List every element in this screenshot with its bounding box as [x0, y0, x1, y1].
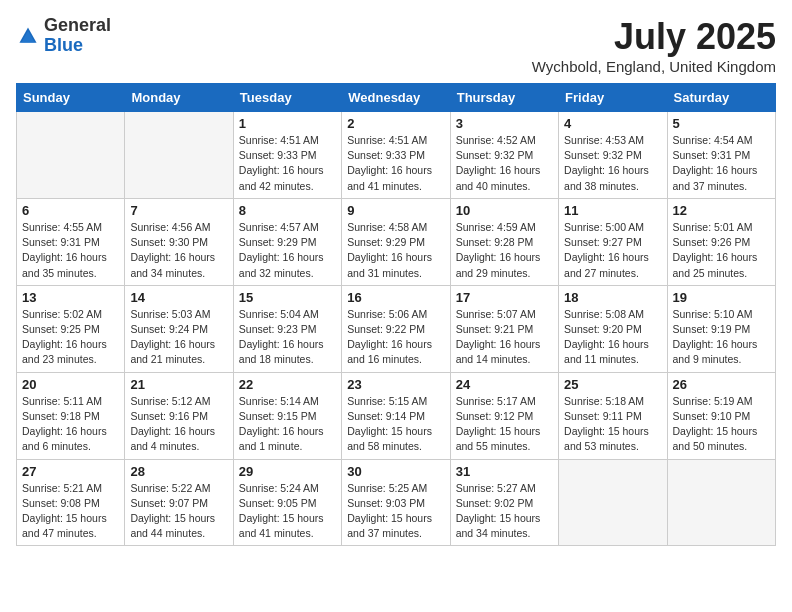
calendar-cell: 8Sunrise: 4:57 AM Sunset: 9:29 PM Daylig… — [233, 198, 341, 285]
day-detail: Sunrise: 4:54 AM Sunset: 9:31 PM Dayligh… — [673, 133, 770, 194]
calendar-cell: 9Sunrise: 4:58 AM Sunset: 9:29 PM Daylig… — [342, 198, 450, 285]
day-detail: Sunrise: 5:25 AM Sunset: 9:03 PM Dayligh… — [347, 481, 444, 542]
day-detail: Sunrise: 4:51 AM Sunset: 9:33 PM Dayligh… — [239, 133, 336, 194]
calendar-cell: 1Sunrise: 4:51 AM Sunset: 9:33 PM Daylig… — [233, 112, 341, 199]
calendar-cell: 26Sunrise: 5:19 AM Sunset: 9:10 PM Dayli… — [667, 372, 775, 459]
location-subtitle: Wychbold, England, United Kingdom — [532, 58, 776, 75]
day-number: 4 — [564, 116, 661, 131]
day-detail: Sunrise: 5:14 AM Sunset: 9:15 PM Dayligh… — [239, 394, 336, 455]
day-detail: Sunrise: 5:04 AM Sunset: 9:23 PM Dayligh… — [239, 307, 336, 368]
day-number: 2 — [347, 116, 444, 131]
day-detail: Sunrise: 5:00 AM Sunset: 9:27 PM Dayligh… — [564, 220, 661, 281]
day-detail: Sunrise: 5:02 AM Sunset: 9:25 PM Dayligh… — [22, 307, 119, 368]
calendar-cell: 27Sunrise: 5:21 AM Sunset: 9:08 PM Dayli… — [17, 459, 125, 546]
calendar-cell: 6Sunrise: 4:55 AM Sunset: 9:31 PM Daylig… — [17, 198, 125, 285]
calendar-header-row: SundayMondayTuesdayWednesdayThursdayFrid… — [17, 84, 776, 112]
day-number: 23 — [347, 377, 444, 392]
week-row-1: 1Sunrise: 4:51 AM Sunset: 9:33 PM Daylig… — [17, 112, 776, 199]
day-detail: Sunrise: 4:58 AM Sunset: 9:29 PM Dayligh… — [347, 220, 444, 281]
day-number: 1 — [239, 116, 336, 131]
day-detail: Sunrise: 5:15 AM Sunset: 9:14 PM Dayligh… — [347, 394, 444, 455]
logo-blue-text: Blue — [44, 35, 83, 55]
day-number: 13 — [22, 290, 119, 305]
day-number: 30 — [347, 464, 444, 479]
week-row-5: 27Sunrise: 5:21 AM Sunset: 9:08 PM Dayli… — [17, 459, 776, 546]
column-header-wednesday: Wednesday — [342, 84, 450, 112]
day-detail: Sunrise: 5:18 AM Sunset: 9:11 PM Dayligh… — [564, 394, 661, 455]
day-detail: Sunrise: 5:24 AM Sunset: 9:05 PM Dayligh… — [239, 481, 336, 542]
calendar-cell: 3Sunrise: 4:52 AM Sunset: 9:32 PM Daylig… — [450, 112, 558, 199]
calendar-cell: 12Sunrise: 5:01 AM Sunset: 9:26 PM Dayli… — [667, 198, 775, 285]
day-number: 18 — [564, 290, 661, 305]
calendar-cell: 13Sunrise: 5:02 AM Sunset: 9:25 PM Dayli… — [17, 285, 125, 372]
calendar-cell — [125, 112, 233, 199]
calendar-cell: 7Sunrise: 4:56 AM Sunset: 9:30 PM Daylig… — [125, 198, 233, 285]
day-number: 12 — [673, 203, 770, 218]
day-detail: Sunrise: 5:01 AM Sunset: 9:26 PM Dayligh… — [673, 220, 770, 281]
day-detail: Sunrise: 5:27 AM Sunset: 9:02 PM Dayligh… — [456, 481, 553, 542]
day-number: 24 — [456, 377, 553, 392]
week-row-3: 13Sunrise: 5:02 AM Sunset: 9:25 PM Dayli… — [17, 285, 776, 372]
calendar-cell: 25Sunrise: 5:18 AM Sunset: 9:11 PM Dayli… — [559, 372, 667, 459]
day-number: 28 — [130, 464, 227, 479]
calendar-cell: 10Sunrise: 4:59 AM Sunset: 9:28 PM Dayli… — [450, 198, 558, 285]
calendar-cell: 30Sunrise: 5:25 AM Sunset: 9:03 PM Dayli… — [342, 459, 450, 546]
calendar-cell: 31Sunrise: 5:27 AM Sunset: 9:02 PM Dayli… — [450, 459, 558, 546]
column-header-sunday: Sunday — [17, 84, 125, 112]
day-number: 21 — [130, 377, 227, 392]
month-year-title: July 2025 — [532, 16, 776, 58]
calendar-cell: 20Sunrise: 5:11 AM Sunset: 9:18 PM Dayli… — [17, 372, 125, 459]
day-number: 5 — [673, 116, 770, 131]
day-number: 6 — [22, 203, 119, 218]
day-number: 27 — [22, 464, 119, 479]
day-detail: Sunrise: 4:53 AM Sunset: 9:32 PM Dayligh… — [564, 133, 661, 194]
day-detail: Sunrise: 5:19 AM Sunset: 9:10 PM Dayligh… — [673, 394, 770, 455]
day-number: 15 — [239, 290, 336, 305]
calendar-cell: 23Sunrise: 5:15 AM Sunset: 9:14 PM Dayli… — [342, 372, 450, 459]
calendar-cell — [667, 459, 775, 546]
calendar-cell: 11Sunrise: 5:00 AM Sunset: 9:27 PM Dayli… — [559, 198, 667, 285]
day-detail: Sunrise: 4:56 AM Sunset: 9:30 PM Dayligh… — [130, 220, 227, 281]
calendar-cell: 5Sunrise: 4:54 AM Sunset: 9:31 PM Daylig… — [667, 112, 775, 199]
day-detail: Sunrise: 5:07 AM Sunset: 9:21 PM Dayligh… — [456, 307, 553, 368]
calendar-cell: 29Sunrise: 5:24 AM Sunset: 9:05 PM Dayli… — [233, 459, 341, 546]
calendar-cell — [17, 112, 125, 199]
calendar-cell: 2Sunrise: 4:51 AM Sunset: 9:33 PM Daylig… — [342, 112, 450, 199]
calendar-cell: 4Sunrise: 4:53 AM Sunset: 9:32 PM Daylig… — [559, 112, 667, 199]
day-number: 7 — [130, 203, 227, 218]
calendar-cell: 19Sunrise: 5:10 AM Sunset: 9:19 PM Dayli… — [667, 285, 775, 372]
calendar-cell: 21Sunrise: 5:12 AM Sunset: 9:16 PM Dayli… — [125, 372, 233, 459]
day-number: 31 — [456, 464, 553, 479]
day-number: 25 — [564, 377, 661, 392]
day-detail: Sunrise: 4:55 AM Sunset: 9:31 PM Dayligh… — [22, 220, 119, 281]
column-header-friday: Friday — [559, 84, 667, 112]
day-number: 29 — [239, 464, 336, 479]
page-header: General Blue July 2025 Wychbold, England… — [16, 16, 776, 75]
week-row-4: 20Sunrise: 5:11 AM Sunset: 9:18 PM Dayli… — [17, 372, 776, 459]
day-number: 26 — [673, 377, 770, 392]
calendar-cell: 18Sunrise: 5:08 AM Sunset: 9:20 PM Dayli… — [559, 285, 667, 372]
day-number: 22 — [239, 377, 336, 392]
calendar-cell: 15Sunrise: 5:04 AM Sunset: 9:23 PM Dayli… — [233, 285, 341, 372]
column-header-tuesday: Tuesday — [233, 84, 341, 112]
calendar-table: SundayMondayTuesdayWednesdayThursdayFrid… — [16, 83, 776, 546]
day-number: 11 — [564, 203, 661, 218]
day-detail: Sunrise: 5:10 AM Sunset: 9:19 PM Dayligh… — [673, 307, 770, 368]
day-detail: Sunrise: 5:21 AM Sunset: 9:08 PM Dayligh… — [22, 481, 119, 542]
day-number: 20 — [22, 377, 119, 392]
day-detail: Sunrise: 5:03 AM Sunset: 9:24 PM Dayligh… — [130, 307, 227, 368]
calendar-cell: 17Sunrise: 5:07 AM Sunset: 9:21 PM Dayli… — [450, 285, 558, 372]
day-number: 3 — [456, 116, 553, 131]
calendar-cell: 28Sunrise: 5:22 AM Sunset: 9:07 PM Dayli… — [125, 459, 233, 546]
calendar-cell: 16Sunrise: 5:06 AM Sunset: 9:22 PM Dayli… — [342, 285, 450, 372]
day-detail: Sunrise: 5:12 AM Sunset: 9:16 PM Dayligh… — [130, 394, 227, 455]
day-detail: Sunrise: 4:52 AM Sunset: 9:32 PM Dayligh… — [456, 133, 553, 194]
calendar-cell: 24Sunrise: 5:17 AM Sunset: 9:12 PM Dayli… — [450, 372, 558, 459]
day-detail: Sunrise: 4:59 AM Sunset: 9:28 PM Dayligh… — [456, 220, 553, 281]
day-number: 8 — [239, 203, 336, 218]
day-detail: Sunrise: 4:51 AM Sunset: 9:33 PM Dayligh… — [347, 133, 444, 194]
day-number: 16 — [347, 290, 444, 305]
day-detail: Sunrise: 4:57 AM Sunset: 9:29 PM Dayligh… — [239, 220, 336, 281]
day-detail: Sunrise: 5:11 AM Sunset: 9:18 PM Dayligh… — [22, 394, 119, 455]
calendar-cell: 14Sunrise: 5:03 AM Sunset: 9:24 PM Dayli… — [125, 285, 233, 372]
